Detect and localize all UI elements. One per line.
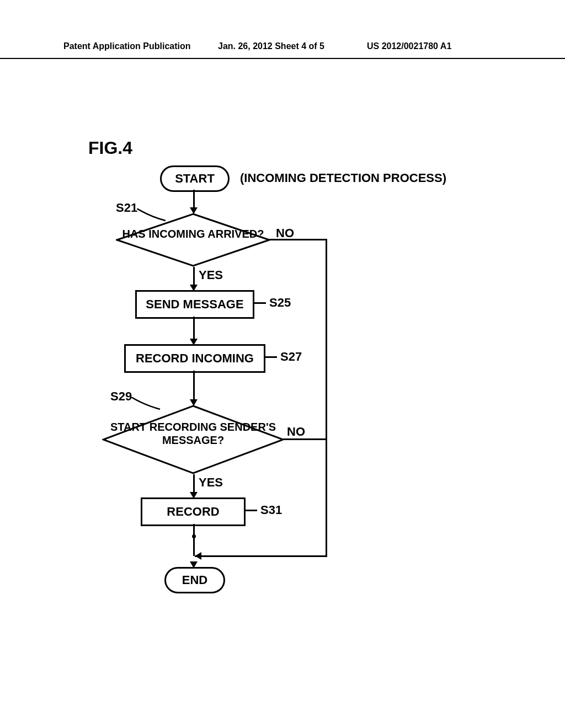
flowchart: START (INCOMING DETECTION PROCESS) S21 H… (94, 165, 447, 596)
header-left: Patent Application Publication (63, 41, 191, 51)
process-record: RECORD (141, 497, 246, 526)
step-label-s29: S29 (110, 389, 132, 404)
leader-line (245, 510, 257, 511)
step-label-s27: S27 (280, 350, 302, 364)
header-right: US 2012/0021780 A1 (367, 41, 451, 51)
connector (283, 438, 327, 440)
process-send-message: SEND MESSAGE (135, 290, 254, 319)
arrowhead-icon (195, 552, 201, 560)
connector (193, 524, 195, 556)
decision-text: START RECORDING SENDER'S MESSAGE? (102, 420, 284, 447)
figure-label: FIG.4 (88, 138, 132, 158)
connector (193, 190, 195, 208)
connector (193, 474, 195, 493)
connector (193, 371, 195, 400)
end-node: END (164, 567, 225, 593)
page-header: Patent Application Publication Jan. 26, … (0, 41, 565, 59)
page: Patent Application Publication Jan. 26, … (0, 0, 565, 728)
decision-text: HAS INCOMING ARRIVED? (116, 227, 270, 240)
connector (195, 555, 327, 557)
connector (326, 239, 327, 556)
leader-line (254, 302, 266, 304)
branch-yes-2: YES (199, 475, 223, 490)
branch-yes-1: YES (199, 268, 223, 282)
process-subtitle: (INCOMING DETECTION PROCESS) (240, 171, 446, 185)
step-label-s31: S31 (260, 503, 282, 517)
decision-has-incoming: HAS INCOMING ARRIVED? (116, 213, 270, 267)
leader-line (265, 356, 277, 358)
process-record-incoming: RECORD INCOMING (124, 344, 265, 373)
step-label-s25: S25 (269, 296, 291, 310)
branch-no-2: NO (287, 425, 305, 439)
decision-start-recording: START RECORDING SENDER'S MESSAGE? (102, 405, 284, 474)
header-center: Jan. 26, 2012 Sheet 4 of 5 (218, 41, 324, 51)
connector (193, 267, 195, 286)
connector (193, 317, 195, 340)
junction-dot (192, 534, 196, 538)
start-node: START (160, 165, 230, 192)
connector (269, 239, 327, 240)
